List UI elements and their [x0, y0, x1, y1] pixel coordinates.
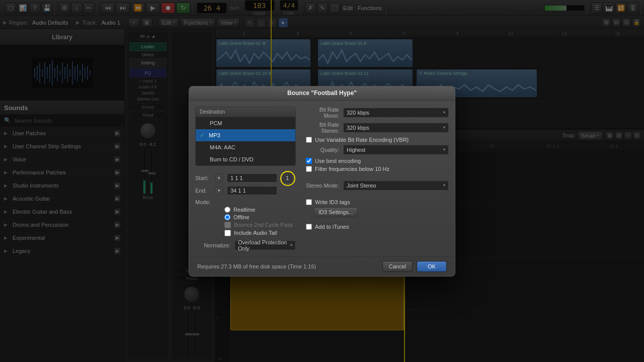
disk-space-label: Requires 27.3 MB of free disk space (Tim…: [197, 263, 378, 269]
bit-rate-mono-label: Bit Rate Mono:: [304, 107, 339, 119]
format-list: Destination PCM ✓ MP3 M4A: AAC: [195, 107, 296, 166]
stereo-rate-dropdown-icon: ▾: [443, 125, 445, 130]
m4a-check-icon: [200, 144, 206, 150]
best-encoding-checkbox[interactable]: [306, 158, 312, 164]
vbr-checkbox[interactable]: [306, 137, 312, 143]
format-burn[interactable]: Burn to CD / DVD: [196, 153, 295, 165]
end-value: 34 1 1: [227, 186, 277, 195]
quality-row: Quality: Highest ▾: [304, 145, 449, 155]
filter-freq-checkbox[interactable]: [306, 166, 312, 172]
start-circle-wrap: 1: [281, 172, 293, 184]
stereo-mode-control[interactable]: Joint Stereo ▾: [343, 180, 449, 191]
include-tail-checkbox[interactable]: [224, 230, 231, 236]
dialog-title: Bounce "Football Hype": [189, 86, 455, 101]
bounce2nd-row: Bounce 2nd Cycle Pass: [195, 222, 296, 228]
bounce2nd-label: Bounce 2nd Cycle Pass: [234, 222, 293, 228]
offline-radio[interactable]: [224, 214, 230, 220]
filter-freq-row: Filter frequencies below 10 Hz: [306, 166, 449, 172]
vbr-row: Use Variable Bit Rate Encoding (VBR): [306, 137, 449, 143]
end-label: End:: [195, 188, 213, 194]
spacer3: [195, 222, 221, 228]
id3-settings-btn[interactable]: ID3 Settings...: [314, 207, 358, 217]
vbr-label: Use Variable Bit Rate Encoding (VBR): [315, 137, 409, 143]
bit-rate-stereo-label: Bit Rate Stereo:: [304, 122, 339, 134]
normalize-chevron-icon: ▾: [290, 243, 292, 247]
divider-1: [304, 176, 449, 176]
write-id3-label: Write ID3 tags: [315, 199, 350, 205]
mono-dropdown-icon: ▾: [443, 110, 445, 115]
include-tail-row: Include Audio Tail: [195, 230, 296, 236]
start-dropdown-btn[interactable]: ▾: [215, 174, 223, 182]
bit-rate-stereo-row: Bit Rate Stereo: 320 kbps ▾: [304, 122, 449, 134]
stereo-mode-label: Stereo Mode:: [304, 183, 339, 189]
spacer4: [195, 230, 221, 236]
cancel-button[interactable]: Cancel: [382, 261, 413, 272]
format-pcm[interactable]: PCM: [196, 117, 295, 129]
filter-freq-label: Filter frequencies below 10 Hz: [315, 166, 389, 172]
start-row: Start: ▾ 1 1 1 1: [195, 172, 296, 184]
dialog-body: Destination PCM ✓ MP3 M4A: AAC: [189, 101, 455, 256]
mode-label: Mode:: [195, 199, 218, 205]
start-stepper[interactable]: 1: [281, 172, 293, 184]
add-itunes-label: Add to iTunes: [315, 224, 349, 230]
spacer: [195, 207, 221, 213]
include-tail-label: Include Audio Tail: [234, 230, 277, 236]
best-encoding-label: Use best encoding: [315, 158, 361, 164]
dialog-right: Bit Rate Mono: 320 kbps ▾ Bit Rate Stere…: [304, 107, 449, 250]
write-id3-row: Write ID3 tags: [306, 199, 449, 205]
offline-row: Offline: [195, 214, 296, 220]
mode-label-row: Mode:: [195, 199, 296, 205]
start-label: Start:: [195, 175, 213, 181]
end-dropdown-btn[interactable]: ▾: [215, 187, 223, 195]
add-itunes-checkbox[interactable]: [306, 224, 312, 230]
bounce-dialog: Bounce "Football Hype" Destination PCM ✓…: [189, 86, 455, 277]
quality-label: Quality:: [304, 147, 339, 153]
normalize-label: Normalize:: [195, 242, 230, 248]
divider-2: [304, 195, 449, 195]
realtime-label: Realtime: [233, 207, 255, 213]
stereo-mode-dropdown-icon: ▾: [443, 183, 445, 188]
stereo-mode-row: Stereo Mode: Joint Stereo ▾: [304, 180, 449, 191]
bit-rate-stereo-control[interactable]: 320 kbps ▾: [343, 123, 449, 133]
dialog-left: Destination PCM ✓ MP3 M4A: AAC: [195, 107, 296, 250]
burn-check-icon: [200, 156, 206, 162]
realtime-radio[interactable]: [224, 207, 230, 213]
realtime-row: Realtime: [195, 207, 296, 213]
bounce2nd-checkbox: [224, 222, 231, 228]
bit-rate-mono-row: Bit Rate Mono: 320 kbps ▾: [304, 107, 449, 119]
ok-button[interactable]: OK: [417, 261, 447, 272]
normalize-dropdown[interactable]: Overload Protection Only ▾: [234, 240, 296, 250]
start-end-section: Start: ▾ 1 1 1 1: [195, 172, 296, 195]
mp3-check-icon: ✓: [200, 132, 205, 139]
format-mp3[interactable]: ✓ MP3: [196, 129, 295, 141]
mode-section: Mode: Realtime Offline: [195, 199, 296, 236]
spacer2: [195, 214, 221, 220]
format-list-header: Destination: [196, 107, 295, 117]
best-encoding-row: Use best encoding: [306, 158, 449, 164]
dialog-footer: Requires 27.3 MB of free disk space (Tim…: [189, 256, 455, 276]
bit-rate-mono-control[interactable]: 320 kbps ▾: [343, 108, 449, 118]
write-id3-checkbox[interactable]: [306, 199, 312, 205]
divider-3: [304, 220, 449, 221]
pcm-check-icon: [200, 120, 206, 126]
offline-label: Offline: [233, 214, 250, 220]
add-itunes-row: Add to iTunes: [306, 224, 449, 230]
normalize-section: Normalize: Overload Protection Only ▾: [195, 240, 296, 250]
quality-dropdown-icon: ▾: [443, 147, 445, 152]
end-row: End: ▾ 34 1 1: [195, 186, 296, 195]
start-value: 1 1 1: [227, 173, 277, 183]
format-m4a[interactable]: M4A: AAC: [196, 141, 295, 153]
overlay: Bounce "Football Hype" Destination PCM ✓…: [0, 0, 644, 362]
quality-control[interactable]: Highest ▾: [343, 145, 449, 155]
